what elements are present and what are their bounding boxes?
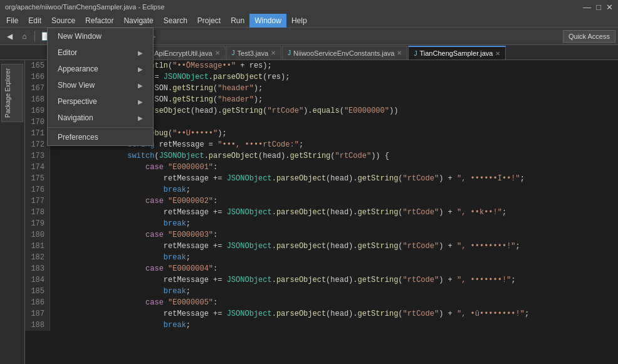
dropdown-item-preferences[interactable]: Preferences: [48, 129, 153, 145]
code-line-180: case "E0000003":: [55, 229, 613, 241]
toolbar-home-btn[interactable]: ⌂: [18, 29, 31, 43]
code-line-184: retMessage += JSONObject.parseObject(hea…: [55, 274, 613, 286]
tab-close-niiwooservice[interactable]: ✕: [397, 49, 402, 56]
dropdown-label-show-view: Show View: [58, 81, 95, 90]
dropdown-arrow-editor: ▶: [138, 49, 143, 56]
tab-label-niiwooservice: NiiwooServiceEnvConstants.java: [293, 49, 394, 57]
menu-run[interactable]: Run: [226, 14, 249, 28]
tab-close-apiencrypt[interactable]: ✕: [215, 49, 220, 56]
menu-file[interactable]: File: [1, 14, 23, 28]
quick-access-button[interactable]: Quick Access: [563, 30, 615, 43]
code-line-188: break;: [55, 320, 613, 331]
menu-help[interactable]: Help: [286, 14, 312, 28]
dropdown-separator: [48, 127, 153, 128]
dropdown-item-perspective[interactable]: Perspective ▶: [48, 93, 153, 110]
dropdown-arrow-appearance: ▶: [138, 66, 143, 73]
menu-edit[interactable]: Edit: [23, 14, 46, 28]
dropdown-arrow-show-view: ▶: [138, 82, 143, 89]
tab-icon-test3: J: [232, 49, 235, 56]
dropdown-item-new-window[interactable]: New Window: [48, 28, 153, 44]
maximize-btn[interactable]: □: [596, 3, 601, 12]
dropdown-label-appearance: Appearance: [58, 65, 98, 73]
sidebar-tab-package[interactable]: Package Explorer: [1, 64, 23, 122]
menu-source[interactable]: Source: [46, 14, 80, 28]
toolbar-sep-1: [34, 31, 35, 42]
dropdown-arrow-perspective: ▶: [138, 98, 143, 105]
menu-window[interactable]: Window: [249, 14, 286, 28]
code-line-187: retMessage += JSONObject.parseObject(hea…: [55, 308, 613, 320]
code-line-176: break;: [55, 184, 613, 195]
tab-label-test3: Test3.java: [238, 49, 269, 57]
tab-close-test3[interactable]: ✕: [271, 49, 276, 56]
code-line-179: break;: [55, 218, 613, 229]
tab-niiwooservice[interactable]: J NiiwooServiceEnvConstants.java ✕: [282, 46, 407, 60]
dropdown-label-preferences: Preferences: [58, 133, 98, 142]
code-line-186: case "E0000005":: [55, 297, 613, 308]
code-line-175: retMessage += JSONObject.parseObject(hea…: [55, 173, 613, 184]
tab-tiancheng[interactable]: J TianChengSampler.java ✕: [408, 46, 506, 60]
sidebar: Package Explorer: [0, 60, 25, 364]
toolbar-back-btn[interactable]: ◀: [3, 29, 16, 43]
dropdown-label-editor: Editor: [58, 48, 77, 57]
tab-label-tiancheng: TianChengSampler.java: [419, 49, 493, 57]
window-dropdown-menu: New Window Editor ▶ Appearance ▶ Show Vi…: [47, 28, 154, 146]
dropdown-label-navigation: Navigation: [58, 113, 93, 122]
close-btn[interactable]: ✕: [606, 3, 613, 12]
menu-search[interactable]: Search: [159, 14, 192, 28]
minimize-btn[interactable]: —: [583, 3, 591, 12]
line-numbers: 165166167168169 170171172173174 17517617…: [25, 60, 50, 331]
title-bar: org/apache/niiwoo/TianChengSampler.java …: [0, 0, 618, 14]
dropdown-label-new-window: New Window: [58, 32, 102, 41]
dropdown-arrow-navigation: ▶: [138, 115, 143, 122]
dropdown-item-editor[interactable]: Editor ▶: [48, 44, 153, 61]
code-line-173: switch(JSONObject.parseObject(head).getS…: [55, 150, 613, 162]
code-line-185: break;: [55, 286, 613, 297]
code-line-174: case "E0000001":: [55, 162, 613, 173]
title-bar-title: org/apache/niiwoo/TianChengSampler.java …: [5, 3, 165, 11]
dropdown-item-appearance[interactable]: Appearance ▶: [48, 61, 153, 77]
code-line-181: retMessage += JSONObject.parseObject(hea…: [55, 241, 613, 252]
code-line-178: retMessage += JSONObject.parseObject(hea…: [55, 207, 613, 218]
dropdown-item-show-view[interactable]: Show View ▶: [48, 77, 153, 93]
tab-apiencrypt[interactable]: J ApiEncryptUtil.java ✕: [143, 46, 225, 60]
dropdown-label-perspective: Perspective: [58, 97, 97, 106]
code-line-182: break;: [55, 252, 613, 263]
menu-bar: File Edit Source Refactor Navigate Searc…: [0, 14, 618, 28]
tab-test3[interactable]: J Test3.java ✕: [226, 46, 282, 60]
dropdown-item-navigation[interactable]: Navigation ▶: [48, 110, 153, 126]
tab-icon-tiancheng: J: [414, 50, 417, 57]
code-line-177: case "E0000002":: [55, 195, 613, 207]
menu-navigate[interactable]: Navigate: [118, 14, 158, 28]
code-line-183: case "E0000004":: [55, 263, 613, 274]
tab-close-tiancheng[interactable]: ✕: [495, 50, 500, 57]
tab-icon-niiwooservice: J: [288, 49, 291, 56]
menu-project[interactable]: Project: [192, 14, 226, 28]
tab-label-apiencrypt: ApiEncryptUtil.java: [154, 49, 212, 57]
menu-refactor[interactable]: Refactor: [80, 14, 118, 28]
title-bar-controls[interactable]: — □ ✕: [583, 3, 613, 12]
